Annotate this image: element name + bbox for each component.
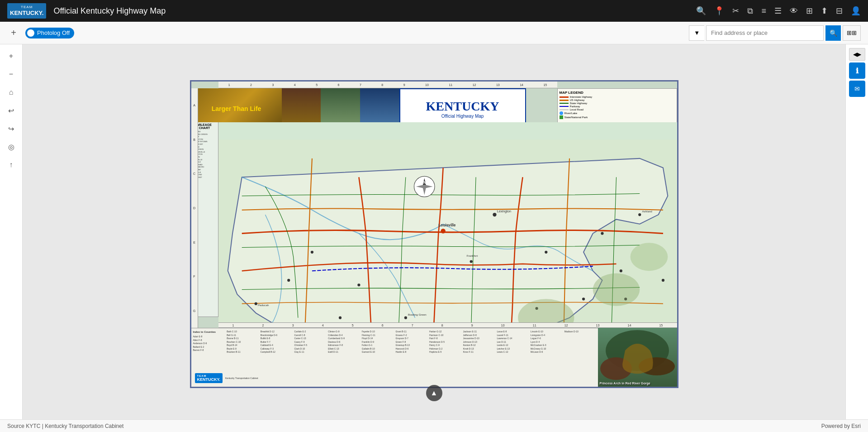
search-area: ▼ 🔍 ⊞⊞ xyxy=(689,25,861,41)
powered-by-text: Powered by Esri xyxy=(821,423,861,429)
dropdown-arrow-icon: ▼ xyxy=(694,29,700,36)
right-sidebar: ◀▶ ℹ ✉ xyxy=(845,44,868,419)
legend-title: MAP LEGEND xyxy=(560,91,675,95)
svg-text:Frankfort: Frankfort xyxy=(466,254,478,257)
henderson-dot xyxy=(287,279,290,282)
search-input[interactable] xyxy=(706,25,824,41)
hopkinsville-dot xyxy=(338,317,341,319)
ky-map-title: KENTUCKY xyxy=(426,99,499,114)
elizabethtown-dot xyxy=(357,283,360,286)
main-layout: + − ⌂ ↩ ↪ ◎ ↑ 123456789101112131415 Larg… xyxy=(0,44,868,419)
toggle-knob xyxy=(27,29,34,37)
zoom-out-button[interactable]: − xyxy=(3,66,19,82)
locate-button[interactable]: ◎ xyxy=(3,139,19,155)
bottom-logo: TEAM KENTUCKY. Kentucky Transportation C… xyxy=(195,373,258,383)
frankfort-dot xyxy=(470,260,472,263)
morehead-dot xyxy=(601,232,603,235)
grid-icon[interactable]: ⊟ xyxy=(836,6,843,16)
logo-team: TEAM xyxy=(10,5,43,10)
grid-view-button[interactable]: ⊞⊞ xyxy=(843,25,861,41)
col-index-bottom: 123456789101112131415 xyxy=(218,322,677,328)
louisville-dot xyxy=(441,229,445,233)
richmond-dot xyxy=(545,251,547,254)
map-container: 123456789101112131415 Larger Than Life xyxy=(190,80,678,388)
svg-text:Paducah: Paducah xyxy=(257,303,269,307)
back-button[interactable]: ↩ xyxy=(3,102,19,119)
bowling-green-dot xyxy=(404,317,407,319)
mail-button[interactable]: ✉ xyxy=(849,81,865,97)
info-button[interactable]: ℹ xyxy=(849,62,865,79)
ashland-dot xyxy=(638,213,641,216)
left-sidebar: + − ⌂ ↩ ↪ ◎ ↑ xyxy=(0,44,23,419)
home-button[interactable]: ⌂ xyxy=(3,84,19,101)
col-index-top: 123456789101112131415 xyxy=(218,82,557,88)
map-placeholder[interactable]: 123456789101112131415 Larger Than Life xyxy=(190,80,678,388)
london-dot xyxy=(619,269,622,272)
row-index: A B C D E F G xyxy=(191,88,198,328)
svg-point-8 xyxy=(593,273,639,306)
logo-kentucky: KENTUCKY. xyxy=(10,10,43,17)
header: TEAM KENTUCKY. Official Kentucky Highway… xyxy=(0,0,868,22)
svg-text:N: N xyxy=(423,181,426,185)
source-text: Source KYTC | Kentucky Transportation Ca… xyxy=(7,423,123,429)
scissors-icon[interactable]: ✂ xyxy=(732,6,739,16)
photolog-toggle[interactable]: Photolog Off xyxy=(25,28,74,38)
scroll-up-button[interactable]: ▲ xyxy=(426,385,442,401)
logo: TEAM KENTUCKY. xyxy=(7,3,46,18)
ltl-title: Larger Than Life xyxy=(212,105,261,112)
location-icon[interactable]: 📍 xyxy=(714,6,724,16)
forward-button[interactable]: ↪ xyxy=(3,120,19,137)
svg-text:Ashland: Ashland xyxy=(642,210,652,213)
collapse-panel-button[interactable]: ◀▶ xyxy=(849,48,865,61)
layers-icon[interactable]: ≡ xyxy=(761,6,766,16)
paducah-dot xyxy=(254,302,257,305)
pikeville-dot xyxy=(661,279,664,282)
share-icon[interactable]: ⬆ xyxy=(821,6,828,16)
layers2-icon[interactable]: ⧉ xyxy=(747,6,753,16)
ky-map-subtitle: Official Highway Map xyxy=(441,114,484,119)
bottom-photo-caption: Princess Arch in Red River Gorge xyxy=(600,382,675,385)
map-area[interactable]: 123456789101112131415 Larger Than Life xyxy=(23,44,845,419)
svg-point-9 xyxy=(630,243,668,271)
eye-icon[interactable]: 👁 xyxy=(790,6,798,16)
search-button[interactable]: 🔍 xyxy=(825,25,841,41)
owensboro-dot xyxy=(310,251,313,254)
city-index-panel: Index to Counties Adair E-8Allen F-8Ande… xyxy=(191,328,598,387)
toolbar: + Photolog Off ▼ 🔍 ⊞⊞ xyxy=(0,22,868,44)
status-bar: Source KYTC | Kentucky Transportation Ca… xyxy=(0,419,868,432)
search-dropdown[interactable]: ▼ xyxy=(689,25,704,41)
north-button[interactable]: ↑ xyxy=(3,157,19,173)
svg-text:Lexington: Lexington xyxy=(497,209,511,213)
list-icon[interactable]: ☰ xyxy=(774,6,782,16)
svg-text:Bowling Green: Bowling Green xyxy=(408,313,427,316)
lexington-dot xyxy=(493,213,496,216)
svg-text:Louisville: Louisville xyxy=(438,223,456,227)
page-title: Official Kentucky Highway Map xyxy=(53,6,166,16)
table-icon[interactable]: ⊞ xyxy=(806,6,813,16)
compass-rose: N xyxy=(414,176,435,197)
search-icon[interactable]: 🔍 xyxy=(696,6,706,16)
zoom-in-button[interactable]: + xyxy=(3,48,19,64)
add-button[interactable]: + xyxy=(7,27,20,39)
corbin-dot xyxy=(582,298,584,300)
bottom-photo: Princess Arch in Red River Gorge xyxy=(598,328,677,387)
photolog-label: Photolog Off xyxy=(37,29,70,36)
user-icon[interactable]: 👤 xyxy=(851,6,861,16)
legend-content: Interstate Highway US Highway State High… xyxy=(560,96,675,119)
header-icons: 🔍 📍 ✂ ⧉ ≡ ☰ 👁 ⊞ ⬆ ⊟ 👤 xyxy=(696,6,861,16)
logo-area: TEAM KENTUCKY. xyxy=(7,3,46,18)
